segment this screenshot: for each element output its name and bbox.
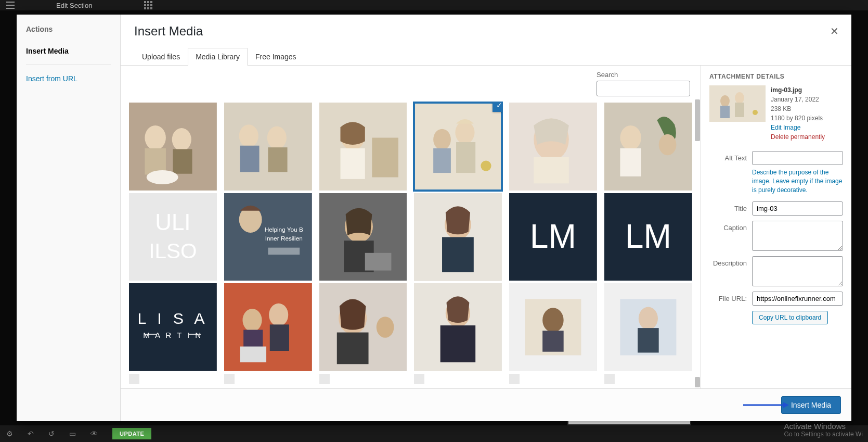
hamburger-icon[interactable] bbox=[6, 2, 15, 9]
svg-point-78 bbox=[753, 110, 758, 115]
media-thumbnail[interactable]: LM bbox=[604, 193, 692, 281]
media-thumbnail[interactable]: Helping You BInner Resilien bbox=[224, 193, 312, 281]
media-thumbnail[interactable] bbox=[319, 193, 407, 281]
svg-point-5 bbox=[147, 170, 178, 184]
svg-point-20 bbox=[481, 160, 491, 171]
gear-icon[interactable]: ⚙ bbox=[6, 430, 13, 438]
media-thumbnail[interactable] bbox=[414, 374, 424, 384]
elementor-topbar: Edit Section bbox=[0, 0, 868, 10]
media-thumbnail[interactable] bbox=[509, 103, 597, 191]
svg-text:LM: LM bbox=[625, 217, 671, 255]
media-thumbnail[interactable] bbox=[129, 374, 139, 384]
edit-image-link[interactable]: Edit Image bbox=[771, 123, 825, 132]
insert-media-modal: ✕ Actions Insert Media Insert from URL I… bbox=[17, 15, 851, 421]
media-thumbnail[interactable] bbox=[604, 103, 692, 191]
search-input[interactable] bbox=[597, 81, 690, 96]
caption-input[interactable] bbox=[752, 221, 843, 251]
media-thumbnail[interactable] bbox=[319, 283, 407, 371]
media-thumbnail[interactable]: ULIILSO bbox=[129, 193, 217, 281]
sidebar-heading: Actions bbox=[26, 25, 111, 33]
svg-point-25 bbox=[620, 125, 642, 150]
insert-media-button[interactable]: Insert Media bbox=[781, 396, 841, 414]
svg-rect-39 bbox=[365, 252, 391, 270]
elementor-bottombar: ⚙ ↶ ↺ ▭ 👁 UPDATE bbox=[0, 425, 868, 442]
scrollbar[interactable] bbox=[694, 98, 701, 388]
svg-text:L I S A: L I S A bbox=[138, 309, 209, 327]
details-filename: img-03.jpg bbox=[771, 85, 825, 95]
svg-rect-14 bbox=[372, 138, 398, 178]
caption-label: Caption bbox=[709, 221, 747, 232]
svg-rect-8 bbox=[240, 146, 259, 172]
svg-rect-52 bbox=[224, 283, 312, 371]
update-button[interactable]: UPDATE bbox=[112, 428, 151, 439]
tab-free-images[interactable]: Free Images bbox=[248, 48, 304, 65]
tab-media-library[interactable]: Media Library bbox=[188, 48, 248, 66]
media-thumbnail[interactable] bbox=[509, 283, 597, 371]
grid-icon[interactable] bbox=[144, 1, 152, 9]
details-dims: 1180 by 820 pixels bbox=[771, 113, 825, 123]
media-thumbnail[interactable] bbox=[604, 374, 615, 384]
undo-icon[interactable]: ↶ bbox=[28, 430, 34, 438]
media-thumbnail[interactable] bbox=[414, 283, 502, 371]
media-thumbnail[interactable] bbox=[224, 374, 235, 384]
annotation-arrow-icon bbox=[742, 400, 789, 410]
media-thumbnail[interactable] bbox=[319, 374, 330, 384]
svg-point-9 bbox=[267, 127, 287, 149]
svg-rect-77 bbox=[735, 103, 744, 117]
svg-text:Inner Resilien: Inner Resilien bbox=[265, 235, 303, 242]
media-thumbnail[interactable]: L I S AM A R T I N bbox=[129, 283, 217, 371]
details-heading: ATTACHMENT DETAILS bbox=[709, 73, 843, 80]
main-panel: Insert Media Upload files Media Library … bbox=[121, 15, 851, 421]
alt-text-hint: Describe the purpose of the image. Leave… bbox=[752, 168, 843, 194]
delete-permanently-link[interactable]: Delete permanently bbox=[771, 132, 825, 142]
svg-text:LM: LM bbox=[530, 217, 576, 255]
media-thumbnail[interactable] bbox=[224, 103, 312, 191]
svg-point-3 bbox=[172, 128, 191, 151]
media-thumbnail[interactable]: LM bbox=[509, 193, 597, 281]
responsive-icon[interactable]: ▭ bbox=[69, 430, 76, 438]
media-thumbnail[interactable] bbox=[319, 103, 407, 191]
modal-title: Insert Media bbox=[134, 24, 838, 39]
history-icon[interactable]: ↺ bbox=[48, 430, 55, 438]
svg-rect-13 bbox=[340, 148, 365, 179]
svg-rect-57 bbox=[240, 347, 266, 362]
media-thumbnail[interactable] bbox=[509, 374, 520, 384]
copy-url-button[interactable]: Copy URL to clipboard bbox=[752, 311, 828, 324]
svg-point-76 bbox=[735, 92, 744, 104]
svg-text:ILSO: ILSO bbox=[149, 239, 197, 263]
svg-point-74 bbox=[720, 95, 730, 107]
svg-rect-35 bbox=[268, 247, 300, 255]
close-icon[interactable]: ✕ bbox=[830, 25, 839, 37]
svg-rect-60 bbox=[336, 333, 368, 364]
media-thumbnail[interactable] bbox=[224, 283, 312, 371]
sidebar-link-insert-url[interactable]: Insert from URL bbox=[26, 70, 111, 87]
description-input[interactable] bbox=[752, 256, 843, 286]
media-thumbnail[interactable] bbox=[414, 193, 502, 281]
tab-upload-files[interactable]: Upload files bbox=[134, 48, 188, 65]
svg-point-61 bbox=[376, 317, 394, 338]
media-thumbnail-selected[interactable]: ✓ bbox=[414, 103, 502, 191]
alt-text-input[interactable] bbox=[752, 151, 843, 165]
media-thumbnail[interactable] bbox=[129, 103, 217, 191]
modal-sidebar: Actions Insert Media Insert from URL bbox=[17, 15, 121, 421]
svg-rect-68 bbox=[542, 331, 564, 352]
svg-point-27 bbox=[659, 134, 677, 156]
media-thumbnail[interactable] bbox=[604, 283, 692, 371]
description-label: Description bbox=[709, 256, 747, 267]
svg-point-53 bbox=[242, 309, 262, 332]
svg-text:M A R T I N: M A R T I N bbox=[143, 331, 202, 339]
modal-footer: Insert Media bbox=[121, 388, 851, 421]
svg-rect-23 bbox=[534, 157, 569, 184]
sidebar-item-insert-media[interactable]: Insert Media bbox=[26, 43, 111, 59]
svg-rect-26 bbox=[620, 148, 642, 176]
fileurl-input[interactable] bbox=[752, 292, 843, 306]
eye-icon[interactable]: 👁 bbox=[90, 430, 98, 438]
svg-text:ULI: ULI bbox=[155, 209, 190, 235]
title-input[interactable] bbox=[752, 201, 843, 216]
svg-text:Helping You B: Helping You B bbox=[265, 226, 303, 233]
svg-rect-64 bbox=[441, 325, 476, 362]
svg-rect-72 bbox=[638, 328, 659, 352]
svg-rect-28 bbox=[129, 193, 217, 281]
activate-windows-watermark: Activate Windows Go to Settings to activ… bbox=[784, 422, 863, 438]
checkmark-icon: ✓ bbox=[493, 103, 502, 112]
